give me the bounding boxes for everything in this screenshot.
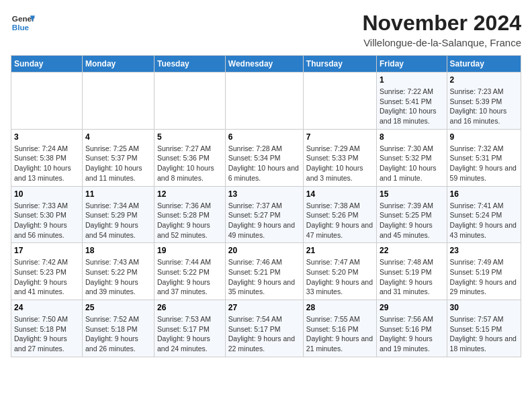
day-number: 15: [380, 189, 444, 199]
day-cell: [225, 73, 303, 130]
logo-icon: General Blue: [11, 11, 35, 35]
day-info: Sunrise: 7:39 AM Sunset: 5:25 PM Dayligh…: [380, 201, 444, 240]
day-number: 24: [14, 303, 79, 312]
day-number: 6: [228, 132, 300, 142]
day-info: Sunrise: 7:54 AM Sunset: 5:17 PM Dayligh…: [228, 314, 300, 354]
day-cell: 23Sunrise: 7:49 AM Sunset: 5:19 PM Dayli…: [447, 243, 521, 300]
day-cell: 10Sunrise: 7:33 AM Sunset: 5:30 PM Dayli…: [11, 186, 83, 243]
day-number: 23: [450, 246, 518, 255]
calendar-header: SundayMondayTuesdayWednesdayThursdayFrid…: [11, 56, 521, 73]
day-cell: 21Sunrise: 7:47 AM Sunset: 5:20 PM Dayli…: [303, 243, 376, 300]
day-number: 3: [14, 132, 79, 142]
calendar-table: SundayMondayTuesdayWednesdayThursdayFrid…: [11, 55, 521, 357]
day-info: Sunrise: 7:24 AM Sunset: 5:38 PM Dayligh…: [14, 144, 79, 183]
week-row-3: 10Sunrise: 7:33 AM Sunset: 5:30 PM Dayli…: [11, 186, 521, 243]
day-header-monday: Monday: [82, 56, 154, 73]
day-number: 29: [380, 303, 444, 312]
day-cell: 30Sunrise: 7:57 AM Sunset: 5:15 PM Dayli…: [447, 300, 521, 357]
month-title: November 2024: [362, 11, 521, 36]
day-info: Sunrise: 7:50 AM Sunset: 5:18 PM Dayligh…: [14, 314, 79, 354]
day-number: 20: [228, 246, 300, 255]
day-header-sunday: Sunday: [11, 56, 83, 73]
day-number: 28: [306, 303, 373, 312]
day-header-thursday: Thursday: [303, 56, 376, 73]
day-cell: 26Sunrise: 7:53 AM Sunset: 5:17 PM Dayli…: [154, 300, 226, 357]
day-number: 9: [450, 132, 518, 142]
day-number: 5: [157, 132, 222, 142]
day-info: Sunrise: 7:55 AM Sunset: 5:16 PM Dayligh…: [306, 314, 373, 354]
day-cell: 13Sunrise: 7:37 AM Sunset: 5:27 PM Dayli…: [225, 186, 303, 243]
day-info: Sunrise: 7:46 AM Sunset: 5:21 PM Dayligh…: [228, 257, 300, 297]
day-number: 1: [380, 75, 444, 85]
day-header-wednesday: Wednesday: [225, 56, 303, 73]
day-info: Sunrise: 7:25 AM Sunset: 5:37 PM Dayligh…: [85, 144, 151, 183]
day-info: Sunrise: 7:42 AM Sunset: 5:23 PM Dayligh…: [14, 257, 79, 297]
day-info: Sunrise: 7:28 AM Sunset: 5:34 PM Dayligh…: [228, 144, 300, 183]
logo: General Blue: [11, 11, 35, 35]
day-info: Sunrise: 7:34 AM Sunset: 5:29 PM Dayligh…: [85, 201, 151, 240]
day-number: 10: [14, 189, 79, 199]
day-cell: 4Sunrise: 7:25 AM Sunset: 5:37 PM Daylig…: [82, 129, 154, 186]
day-cell: 20Sunrise: 7:46 AM Sunset: 5:21 PM Dayli…: [225, 243, 303, 300]
day-number: 14: [306, 189, 373, 199]
day-cell: 8Sunrise: 7:30 AM Sunset: 5:32 PM Daylig…: [376, 129, 447, 186]
day-cell: 7Sunrise: 7:29 AM Sunset: 5:33 PM Daylig…: [303, 129, 376, 186]
day-cell: 3Sunrise: 7:24 AM Sunset: 5:38 PM Daylig…: [11, 129, 83, 186]
day-info: Sunrise: 7:30 AM Sunset: 5:32 PM Dayligh…: [380, 144, 444, 183]
day-info: Sunrise: 7:22 AM Sunset: 5:41 PM Dayligh…: [380, 87, 444, 126]
week-row-5: 24Sunrise: 7:50 AM Sunset: 5:18 PM Dayli…: [11, 300, 521, 357]
day-cell: 9Sunrise: 7:32 AM Sunset: 5:31 PM Daylig…: [447, 129, 521, 186]
day-number: 26: [157, 303, 222, 312]
day-info: Sunrise: 7:29 AM Sunset: 5:33 PM Dayligh…: [306, 144, 373, 183]
svg-text:Blue: Blue: [12, 23, 30, 32]
day-info: Sunrise: 7:27 AM Sunset: 5:36 PM Dayligh…: [157, 144, 222, 183]
day-cell: 28Sunrise: 7:55 AM Sunset: 5:16 PM Dayli…: [303, 300, 376, 357]
day-cell: 18Sunrise: 7:43 AM Sunset: 5:22 PM Dayli…: [82, 243, 154, 300]
day-number: 17: [14, 246, 79, 255]
day-number: 18: [85, 246, 151, 255]
day-header-saturday: Saturday: [447, 56, 521, 73]
day-cell: [82, 73, 154, 130]
day-cell: 5Sunrise: 7:27 AM Sunset: 5:36 PM Daylig…: [154, 129, 226, 186]
day-cell: 27Sunrise: 7:54 AM Sunset: 5:17 PM Dayli…: [225, 300, 303, 357]
day-cell: 2Sunrise: 7:23 AM Sunset: 5:39 PM Daylig…: [447, 73, 521, 130]
day-cell: 15Sunrise: 7:39 AM Sunset: 5:25 PM Dayli…: [376, 186, 447, 243]
day-info: Sunrise: 7:57 AM Sunset: 5:15 PM Dayligh…: [450, 314, 518, 354]
header-row: SundayMondayTuesdayWednesdayThursdayFrid…: [11, 56, 521, 73]
day-info: Sunrise: 7:43 AM Sunset: 5:22 PM Dayligh…: [85, 257, 151, 297]
title-block: November 2024 Villelongue-de-la-Salanque…: [362, 11, 521, 48]
location: Villelongue-de-la-Salanque, France: [362, 37, 521, 48]
calendar-body: 1Sunrise: 7:22 AM Sunset: 5:41 PM Daylig…: [11, 73, 521, 357]
day-cell: 12Sunrise: 7:36 AM Sunset: 5:28 PM Dayli…: [154, 186, 226, 243]
page-header: General Blue November 2024 Villelongue-d…: [11, 11, 521, 48]
day-info: Sunrise: 7:37 AM Sunset: 5:27 PM Dayligh…: [228, 201, 300, 240]
day-info: Sunrise: 7:49 AM Sunset: 5:19 PM Dayligh…: [450, 257, 518, 297]
day-number: 27: [228, 303, 300, 312]
day-number: 7: [306, 132, 373, 142]
day-number: 22: [380, 246, 444, 255]
day-number: 19: [157, 246, 222, 255]
day-info: Sunrise: 7:36 AM Sunset: 5:28 PM Dayligh…: [157, 201, 222, 240]
day-cell: 24Sunrise: 7:50 AM Sunset: 5:18 PM Dayli…: [11, 300, 83, 357]
week-row-4: 17Sunrise: 7:42 AM Sunset: 5:23 PM Dayli…: [11, 243, 521, 300]
day-number: 16: [450, 189, 518, 199]
day-number: 21: [306, 246, 373, 255]
day-cell: [303, 73, 376, 130]
week-row-2: 3Sunrise: 7:24 AM Sunset: 5:38 PM Daylig…: [11, 129, 521, 186]
day-cell: 17Sunrise: 7:42 AM Sunset: 5:23 PM Dayli…: [11, 243, 83, 300]
day-number: 12: [157, 189, 222, 199]
week-row-1: 1Sunrise: 7:22 AM Sunset: 5:41 PM Daylig…: [11, 73, 521, 130]
day-number: 2: [450, 75, 518, 85]
day-cell: 14Sunrise: 7:38 AM Sunset: 5:26 PM Dayli…: [303, 186, 376, 243]
day-cell: 25Sunrise: 7:52 AM Sunset: 5:18 PM Dayli…: [82, 300, 154, 357]
day-info: Sunrise: 7:41 AM Sunset: 5:24 PM Dayligh…: [450, 201, 518, 240]
day-cell: 1Sunrise: 7:22 AM Sunset: 5:41 PM Daylig…: [376, 73, 447, 130]
day-info: Sunrise: 7:53 AM Sunset: 5:17 PM Dayligh…: [157, 314, 222, 354]
day-info: Sunrise: 7:52 AM Sunset: 5:18 PM Dayligh…: [85, 314, 151, 354]
day-info: Sunrise: 7:32 AM Sunset: 5:31 PM Dayligh…: [450, 144, 518, 183]
day-cell: [154, 73, 226, 130]
day-cell: 29Sunrise: 7:56 AM Sunset: 5:16 PM Dayli…: [376, 300, 447, 357]
day-number: 25: [85, 303, 151, 312]
day-number: 4: [85, 132, 151, 142]
day-cell: 11Sunrise: 7:34 AM Sunset: 5:29 PM Dayli…: [82, 186, 154, 243]
